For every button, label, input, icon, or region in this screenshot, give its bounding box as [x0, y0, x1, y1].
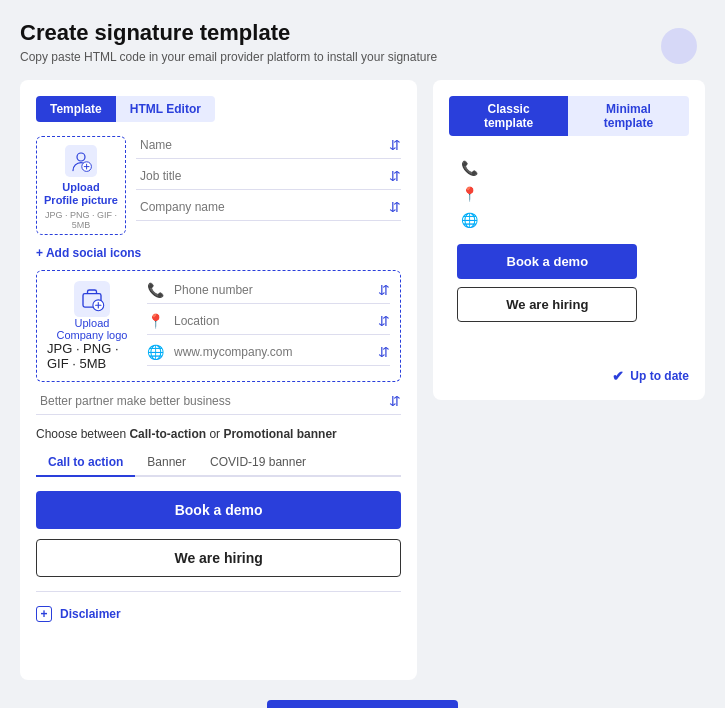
preview-icons: 📞 📍 🌐: [457, 160, 689, 228]
company-name-input[interactable]: [136, 198, 389, 216]
company-name-field-row: ⇵: [136, 198, 401, 221]
preview-body: 📞 📍 🌐 Book a demo We are hiring: [449, 152, 689, 352]
job-title-field-row: ⇵: [136, 167, 401, 190]
location-icon: 📍: [147, 313, 164, 329]
preview-phone-icon: 📞: [461, 160, 478, 176]
cta-tab-banner[interactable]: Banner: [135, 449, 198, 475]
page-title: Create signature template: [20, 20, 705, 46]
install-signature-button[interactable]: Install signature ▼: [267, 700, 458, 708]
company-fields: 📞 ⇵ 📍 ⇵ 🌐 ⇵: [147, 281, 390, 366]
tagline-row: ⇵: [36, 392, 401, 415]
cta-tab-call-to-action[interactable]: Call to action: [36, 449, 135, 477]
preview-globe-icon: 🌐: [461, 212, 478, 228]
preview-location-icon: 📍: [461, 186, 478, 202]
cta-description: Choose between Call-to-action or Promoti…: [36, 427, 401, 441]
sort-icon-name[interactable]: ⇵: [389, 137, 401, 153]
preview-we-are-hiring-button[interactable]: We are hiring: [457, 287, 637, 322]
cta-tab-bar: Call to action Banner COVID-19 banner: [36, 449, 401, 477]
location-input[interactable]: [170, 312, 378, 330]
profile-upload-icon: [65, 145, 97, 177]
phone-icon: 📞: [147, 282, 164, 298]
disclaimer-plus-icon: +: [36, 606, 52, 622]
preview-phone-row: 📞: [461, 160, 689, 176]
name-field-row: ⇵: [136, 136, 401, 159]
sort-icon-tagline[interactable]: ⇵: [389, 393, 401, 409]
up-to-date-label: Up to date: [630, 369, 689, 383]
profile-section: UploadProfile picture JPG · PNG · GIF · …: [36, 136, 401, 235]
preview-globe-row: 🌐: [461, 212, 689, 228]
up-to-date-row: ✔ Up to date: [449, 368, 689, 384]
tab-classic-template[interactable]: Classic template: [449, 96, 568, 136]
avatar-circle: [661, 28, 697, 64]
name-input[interactable]: [136, 136, 389, 154]
profile-upload-box[interactable]: UploadProfile picture JPG · PNG · GIF · …: [36, 136, 126, 235]
disclaimer-row[interactable]: + Disclaimer: [36, 606, 401, 622]
company-upload-formats: JPG · PNG · GIF · 5MB: [47, 341, 137, 371]
left-panel: Template HTML Editor UploadProfile pictu…: [20, 80, 417, 680]
page-subtitle: Copy paste HTML code in your email provi…: [20, 50, 705, 64]
cta-tab-covid[interactable]: COVID-19 banner: [198, 449, 318, 475]
company-section: UploadCompany logo JPG · PNG · GIF · 5MB…: [36, 270, 401, 382]
preview-location-row: 📍: [461, 186, 689, 202]
job-title-input[interactable]: [136, 167, 389, 185]
preview-book-demo-button[interactable]: Book a demo: [457, 244, 637, 279]
company-upload-box[interactable]: UploadCompany logo JPG · PNG · GIF · 5MB: [47, 281, 137, 371]
divider: [36, 591, 401, 592]
right-tab-bar: Classic template Minimal template: [449, 96, 689, 136]
disclaimer-label: Disclaimer: [60, 607, 121, 621]
phone-field-row: 📞 ⇵: [147, 281, 390, 304]
tab-html-editor[interactable]: HTML Editor: [116, 96, 215, 122]
website-field-row: 🌐 ⇵: [147, 343, 390, 366]
tagline-input[interactable]: [36, 392, 389, 410]
company-upload-icon: [74, 281, 110, 317]
install-bar: Install signature ▼: [20, 700, 705, 708]
tab-template[interactable]: Template: [36, 96, 116, 122]
sort-icon-phone[interactable]: ⇵: [378, 282, 390, 298]
check-icon: ✔: [612, 368, 624, 384]
profile-upload-label: UploadProfile picture: [44, 181, 118, 207]
we-are-hiring-button[interactable]: We are hiring: [36, 539, 401, 577]
sort-icon-job[interactable]: ⇵: [389, 168, 401, 184]
profile-upload-formats: JPG · PNG · GIF · 5MB: [41, 210, 121, 230]
sort-icon-location[interactable]: ⇵: [378, 313, 390, 329]
location-field-row: 📍 ⇵: [147, 312, 390, 335]
company-upload-label: UploadCompany logo: [57, 317, 128, 341]
book-demo-button[interactable]: Book a demo: [36, 491, 401, 529]
right-panel: Classic template Minimal template 📞 📍 🌐 …: [433, 80, 705, 400]
profile-fields: ⇵ ⇵ ⇵: [136, 136, 401, 221]
svg-rect-5: [74, 281, 110, 317]
sort-icon-website[interactable]: ⇵: [378, 344, 390, 360]
website-input[interactable]: [170, 343, 378, 361]
globe-icon: 🌐: [147, 344, 164, 360]
sort-icon-company[interactable]: ⇵: [389, 199, 401, 215]
phone-input[interactable]: [170, 281, 378, 299]
tab-minimal-template[interactable]: Minimal template: [568, 96, 689, 136]
add-social-icons[interactable]: + Add social icons: [36, 246, 141, 260]
left-tab-bar: Template HTML Editor: [36, 96, 215, 122]
